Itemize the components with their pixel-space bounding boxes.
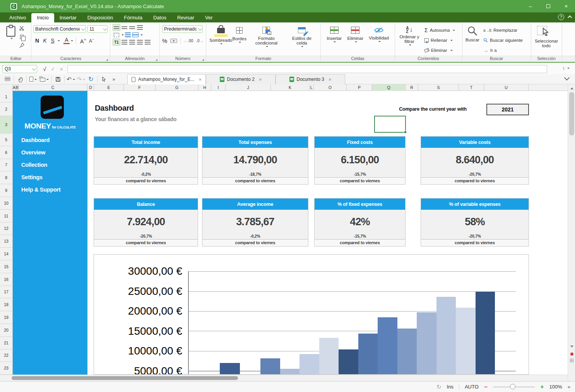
cancel-entry-button[interactable]: × (57, 66, 66, 72)
resize-formula-bar-icon[interactable]: ↕ (563, 65, 565, 71)
split-view-button[interactable] (568, 357, 575, 364)
align-bottom-button[interactable] (128, 24, 136, 31)
vertical-scrollbar[interactable] (568, 84, 575, 381)
maximize-button[interactable] (539, 0, 557, 12)
row-header-16[interactable]: 16 (0, 273, 13, 286)
shrink-font-button[interactable]: A− (87, 37, 96, 44)
column-header-C[interactable]: C (19, 84, 87, 91)
row-header-6[interactable]: 6 (0, 146, 13, 159)
align-middle-button[interactable] (120, 24, 128, 31)
column-header-J[interactable]: J (226, 84, 271, 91)
formula-input[interactable] (67, 65, 547, 73)
column-header-R[interactable]: R (406, 84, 418, 91)
close-button[interactable]: × (557, 0, 575, 12)
row-header-1[interactable]: 1 (0, 91, 13, 103)
row-header-7[interactable]: 7 (0, 159, 13, 172)
sidebar-toggle-button[interactable] (2, 75, 12, 84)
row-header-10[interactable]: 10 (0, 197, 13, 210)
refresh-button[interactable]: ↻ (86, 75, 96, 84)
row-header-13[interactable]: 13 (0, 235, 13, 248)
zoom-slider[interactable] (493, 387, 535, 387)
fill-handle[interactable] (404, 131, 407, 134)
merge-cells-button[interactable] (132, 31, 139, 38)
font-name-select[interactable]: Bahnschrift Condensed (33, 25, 86, 33)
wrap-text-button[interactable] (124, 31, 132, 38)
delete-cells-button[interactable]: Eliminar (347, 24, 363, 55)
menu-tab[interactable]: Archivo (4, 13, 31, 22)
vertical-scroll-thumb[interactable] (569, 92, 574, 135)
column-header-O[interactable]: O (314, 84, 347, 91)
select-mode-button[interactable] (99, 75, 109, 84)
sidebar-nav-item[interactable]: Settings (21, 174, 60, 181)
italic-button[interactable]: K (41, 38, 49, 44)
scroll-up-button[interactable] (568, 84, 575, 91)
grow-font-button[interactable]: A+ (79, 37, 87, 45)
select-all-button[interactable]: Seleccionar todo (532, 24, 561, 55)
touch-mode-button[interactable] (15, 75, 25, 84)
copy-button[interactable] (17, 33, 26, 41)
new-document-button[interactable] (28, 75, 38, 84)
replace-button[interactable]: a→bReemplazar (483, 26, 523, 34)
percent-format-button[interactable]: % (162, 38, 167, 44)
menu-tab[interactable]: Inicio (31, 13, 54, 22)
toolbar-overflow-button[interactable]: » (109, 75, 119, 84)
column-header-P[interactable]: P (347, 84, 372, 91)
column-header-A[interactable]: A (13, 84, 16, 91)
fill-button[interactable]: Rellenar (424, 36, 455, 44)
column-header-S[interactable]: S (418, 84, 459, 91)
sort-filter-button[interactable]: AZ↓ Ordenar y filtrar (397, 24, 421, 55)
row-header-5[interactable]: 5 (0, 134, 13, 146)
menu-tab[interactable]: Datos (148, 13, 172, 22)
record-marker-button[interactable] (568, 351, 575, 357)
expand-alineacion-icon[interactable] (156, 59, 157, 61)
align-left-button[interactable] (120, 39, 128, 46)
sidebar-nav-item[interactable]: Collection (21, 161, 60, 168)
column-header-G[interactable]: G (156, 84, 199, 91)
cell-styles-button[interactable]: Estilos de celda (286, 24, 317, 55)
row-header-23[interactable]: 23 (0, 362, 13, 375)
help-icon[interactable]: ? (558, 14, 564, 20)
row-header-18[interactable]: 18 (0, 298, 13, 311)
menu-tab[interactable]: Ver (200, 13, 218, 22)
row-header-22[interactable]: 22 (0, 349, 13, 362)
expand-caracteres-icon[interactable] (106, 59, 108, 61)
redo-button[interactable]: ↷ (76, 75, 86, 84)
menu-tab[interactable]: Insertar (54, 13, 82, 22)
number-format-select[interactable]: Predeterminado (162, 25, 203, 33)
row-header-2[interactable]: 2 (0, 103, 13, 116)
visibility-button[interactable]: Visibilidad (369, 24, 389, 55)
underline-button[interactable]: S (49, 38, 56, 44)
compare-year-input[interactable]: 2021 (486, 104, 529, 115)
zoom-slider-knob[interactable] (510, 384, 515, 389)
column-header-K[interactable]: K (271, 84, 310, 91)
horizontal-scrollbar[interactable] (0, 375, 568, 381)
menu-tab[interactable]: Disposición (82, 13, 118, 22)
select-all-corner[interactable] (0, 84, 13, 91)
sync-icon[interactable]: ↻ (436, 383, 442, 390)
currency-format-icon[interactable] (170, 39, 177, 43)
goto-button[interactable]: →Ir a (483, 46, 523, 54)
autosum-button[interactable]: ΣAutosuma (424, 26, 455, 34)
column-header-H[interactable]: H (199, 84, 211, 91)
insert-cells-button[interactable]: Insertar (327, 24, 342, 55)
menu-tab[interactable]: Revisar (172, 13, 200, 22)
save-button[interactable] (53, 75, 63, 84)
row-header-14[interactable]: 14 (0, 248, 13, 260)
cell-name-box[interactable]: Q3 (2, 65, 37, 73)
menu-tab[interactable]: Fórmula (118, 13, 148, 22)
align-right-button[interactable] (136, 39, 144, 46)
column-header-I[interactable]: I (211, 84, 226, 91)
column-header-B[interactable]: B (16, 84, 19, 91)
font-size-select[interactable]: 11 (87, 25, 108, 33)
function-button[interactable]: √ (40, 66, 49, 72)
statusbar-overflow-button[interactable]: » (568, 384, 570, 390)
row-header-11[interactable]: 11 (0, 210, 13, 223)
horizontal-scroll-thumb[interactable] (12, 376, 238, 380)
column-header-U[interactable]: U (484, 84, 529, 91)
formula-bar-caret[interactable] (567, 68, 570, 70)
zoom-in-button[interactable]: + (540, 383, 544, 390)
scroll-down-button[interactable] (568, 344, 575, 351)
auto-mode-indicator[interactable]: AUTO (465, 384, 479, 390)
cut-button[interactable] (17, 24, 26, 32)
zoom-level[interactable]: 100% (549, 384, 562, 390)
